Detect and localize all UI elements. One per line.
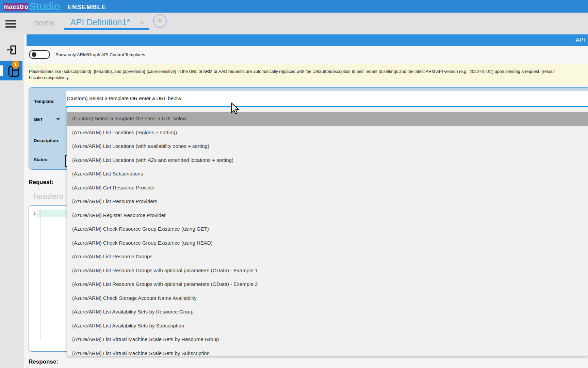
studio-logo: Studio xyxy=(29,1,60,12)
new-tab-button[interactable]: + xyxy=(153,14,167,28)
close-tab-icon[interactable]: × xyxy=(140,18,144,27)
dropdown-item[interactable]: (Azure/ARM) Check Storage Account Name A… xyxy=(67,291,588,305)
editor-line-number: 1 xyxy=(29,211,36,216)
description-label: Description: xyxy=(34,138,60,143)
dropdown-item[interactable]: (Azure/ARM) List Subscriptions xyxy=(67,167,588,181)
left-sidebar xyxy=(0,34,24,368)
headers-tab[interactable]: headers xyxy=(34,191,63,201)
dropdown-item[interactable]: (Azure/ARM) List Resource Groups xyxy=(67,250,588,264)
api-section-header: API xyxy=(27,34,588,46)
dropdown-item[interactable]: (Azure/ARM) Check Resource Group Existen… xyxy=(67,222,588,236)
app-window: maestro Studio ENSEMBLE home API Definit… xyxy=(0,0,588,368)
dropdown-item[interactable]: (Custom) Select a template OR enter a UR… xyxy=(67,112,588,126)
app-header: maestro Studio ENSEMBLE xyxy=(0,0,588,13)
editor-indent-guide xyxy=(40,210,41,341)
notice-line-2: Location respectively. xyxy=(29,75,69,80)
dropdown-item[interactable]: (Azure/ARM) List Resource Groups with op… xyxy=(67,264,588,278)
dropdown-item[interactable]: (Azure/ARM) List Availability Sets by Re… xyxy=(67,305,588,319)
status-label: Status: xyxy=(34,157,49,162)
active-tab-underline xyxy=(64,28,149,30)
ensemble-label: ENSEMBLE xyxy=(67,3,106,11)
sign-in-icon[interactable] xyxy=(6,44,17,57)
http-method-select[interactable]: GET xyxy=(34,117,43,122)
template-select-input[interactable]: (Custom) Select a template OR enter a UR… xyxy=(66,91,588,106)
template-dropdown-list: (Custom) Select a template OR enter a UR… xyxy=(67,107,588,356)
dropdown-item[interactable]: (Azure/ARM) List Availability Sets by Su… xyxy=(67,319,588,333)
method-select-underline xyxy=(33,125,61,125)
toggle-label: Show only ARM/Graph API Control Template… xyxy=(55,52,145,57)
hamburger-menu-icon[interactable] xyxy=(5,20,16,28)
dropdown-item[interactable]: (Azure/ARM) List Locations (with AZs and… xyxy=(67,153,588,167)
template-label: Template: xyxy=(34,99,54,104)
dropdown-item[interactable]: (Azure/ARM) Get Resource Provider xyxy=(67,181,588,195)
toggle-knob xyxy=(32,52,36,57)
dropdown-item[interactable]: (Azure/ARM) List Locations (with availab… xyxy=(67,139,588,153)
dropdown-item[interactable]: (Azure/ARM) Register Resource Provider xyxy=(67,209,588,223)
chevron-down-icon[interactable] xyxy=(56,118,60,121)
active-item-indicator xyxy=(0,65,3,76)
dropdown-item[interactable]: (Azure/ARM) List Virtual Machine Scale S… xyxy=(67,347,588,356)
tab-api-definition[interactable]: API Definition1* xyxy=(70,17,130,27)
template-selected-value: (Custom) Select a template OR enter a UR… xyxy=(67,95,181,101)
notice-line-1: Placeholders like {subscriptionId}, {ten… xyxy=(29,69,555,74)
placeholder-notice: Placeholders like {subscriptionId}, {ten… xyxy=(27,64,588,85)
dropdown-item[interactable]: (Azure/ARM) Check Resource Group Existen… xyxy=(67,236,588,250)
tab-home[interactable]: home xyxy=(34,18,54,28)
notification-badge: 1 xyxy=(12,61,19,68)
dropdown-item[interactable]: (Azure/ARM) List Resource Groups with op… xyxy=(67,277,588,291)
dropdown-item[interactable]: (Azure/ARM) List Locations (regions + so… xyxy=(67,126,588,140)
request-section-title: Request: xyxy=(29,179,53,186)
dropdown-item[interactable]: (Azure/ARM) List Resource Providers xyxy=(67,195,588,209)
response-section-title: Response: xyxy=(29,358,58,365)
dropdown-item[interactable]: (Azure/ARM) List Virtual Machine Scale S… xyxy=(67,333,588,347)
maestro-logo: maestro xyxy=(3,3,28,11)
arm-graph-toggle[interactable] xyxy=(29,50,50,59)
